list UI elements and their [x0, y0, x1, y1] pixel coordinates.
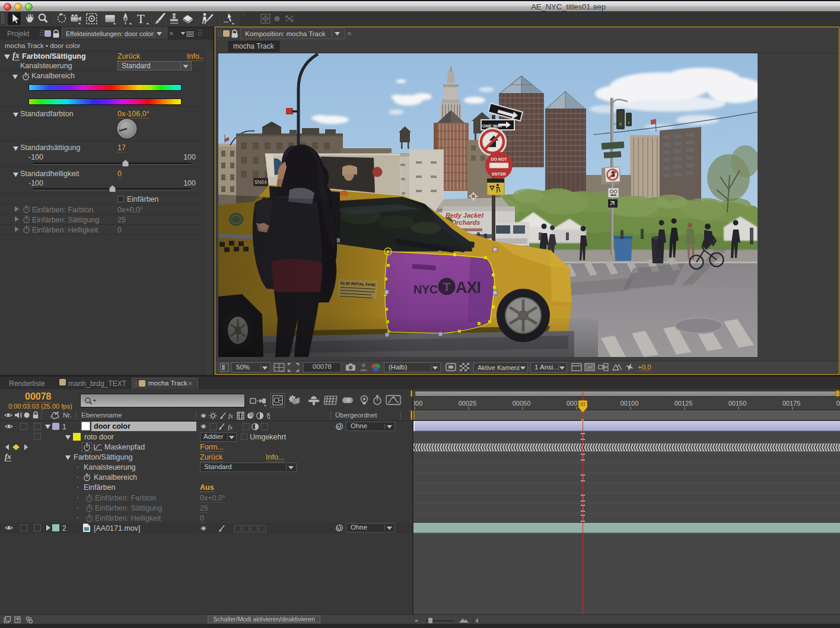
svg-text:fx: fx — [228, 412, 233, 419]
svg-text:fx: fx — [228, 423, 233, 431]
svg-text:T: T — [137, 12, 145, 26]
